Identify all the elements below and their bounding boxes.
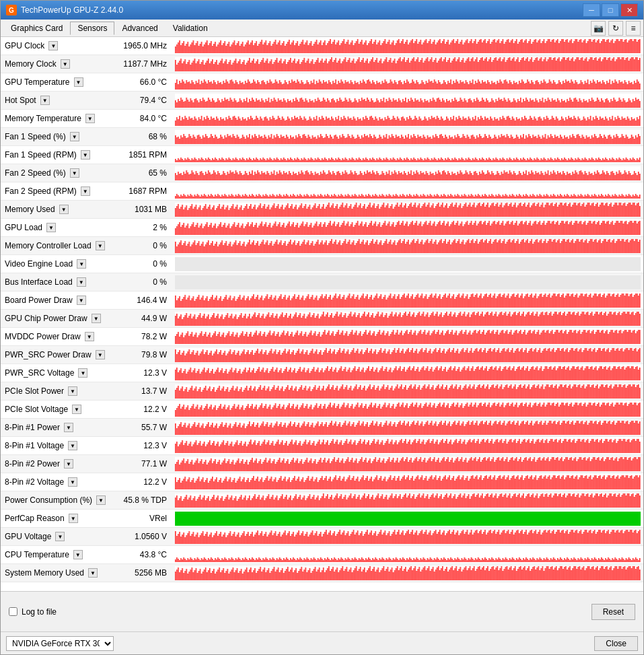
sensor-bar-canvas [175, 166, 641, 180]
sensor-bar-canvas [175, 421, 641, 435]
sensor-label-text: GPU Chip Power Draw [5, 314, 87, 323]
sensor-bar-container [172, 510, 643, 527]
sensor-bar-canvas [175, 94, 641, 108]
sensor-value: 5256 MB [112, 568, 172, 578]
sensor-bar-canvas [175, 548, 641, 562]
sensor-bar-container [172, 92, 643, 109]
table-row: PCIe Slot Power▼13.7 W [1, 382, 643, 401]
sensor-label-text: PCIe Slot Power [5, 386, 64, 396]
sensor-dropdown-arrow[interactable]: ▼ [59, 205, 69, 214]
close-button[interactable]: Close [594, 636, 638, 651]
sensor-dropdown-arrow[interactable]: ▼ [77, 259, 86, 269]
sensor-bar-bg [175, 421, 641, 435]
sensor-label: MVDDC Power Draw▼ [1, 332, 112, 341]
sensor-label-text: 8-Pin #1 Voltage [5, 441, 64, 450]
sensor-dropdown-arrow[interactable]: ▼ [85, 114, 95, 123]
sensor-dropdown-arrow[interactable]: ▼ [96, 241, 105, 250]
sensor-bar-canvas [175, 294, 641, 308]
sensor-dropdown-arrow[interactable]: ▼ [96, 350, 105, 359]
sensor-dropdown-arrow[interactable]: ▼ [88, 568, 98, 578]
sensor-bar-bg [175, 348, 641, 362]
menu-button[interactable]: ≡ [626, 21, 641, 36]
table-row: System Memory Used▼5256 MB [1, 564, 643, 582]
sensor-value: 68 % [112, 132, 172, 141]
sensor-bar-container [172, 346, 643, 364]
log-to-file-checkbox[interactable] [9, 607, 17, 616]
sensor-dropdown-arrow[interactable]: ▼ [69, 514, 78, 523]
sensor-label-text: Memory Temperature [5, 114, 81, 123]
table-row: Fan 2 Speed (%)▼65 % [1, 164, 643, 182]
gpu-dropdown[interactable]: NVIDIA GeForce RTX 3080 [6, 636, 114, 651]
sensor-label: 8-Pin #1 Power▼ [1, 423, 112, 432]
sensor-dropdown-arrow[interactable]: ▼ [72, 405, 81, 414]
sensor-value: 79.4 °C [112, 96, 172, 105]
sensor-bar-canvas [175, 566, 641, 580]
refresh-button[interactable]: ↻ [608, 21, 623, 36]
sensor-value: 45.8 % TDP [112, 495, 172, 505]
sensor-dropdown-arrow[interactable]: ▼ [81, 186, 90, 196]
tab-validation[interactable]: Validation [166, 22, 215, 35]
sensor-label-text: Memory Clock [5, 59, 57, 69]
sensor-bar-container [172, 219, 643, 236]
sensor-dropdown-arrow[interactable]: ▼ [61, 59, 70, 69]
sensor-label: Bus Interface Load▼ [1, 277, 112, 287]
sensor-bar-container [172, 110, 643, 127]
sensor-dropdown-arrow[interactable]: ▼ [68, 386, 77, 396]
sensor-dropdown-arrow[interactable]: ▼ [78, 368, 87, 378]
sensor-dropdown-arrow[interactable]: ▼ [55, 532, 65, 541]
sensor-dropdown-arrow[interactable]: ▼ [68, 441, 77, 450]
sensor-bar-bg [175, 475, 641, 489]
sensor-bar-container [172, 164, 643, 182]
sensor-label: Power Consumption (%)▼ [1, 495, 112, 505]
camera-button[interactable]: 📷 [591, 21, 606, 36]
sensor-dropdown-arrow[interactable]: ▼ [85, 332, 94, 341]
sensor-value: 13.7 W [112, 386, 172, 396]
sensor-bar-bg [175, 221, 641, 235]
sensor-label-text: 8-Pin #2 Voltage [5, 477, 64, 487]
sensor-bar-container [172, 273, 643, 291]
tab-sensors[interactable]: Sensors [70, 22, 114, 35]
maximize-button[interactable]: □ [602, 3, 619, 17]
sensor-dropdown-arrow[interactable]: ▼ [68, 477, 77, 487]
sensor-label-text: Hot Spot [5, 96, 36, 105]
app-icon: G [6, 5, 17, 15]
sensor-dropdown-arrow[interactable]: ▼ [64, 423, 73, 432]
sensor-dropdown-arrow[interactable]: ▼ [70, 132, 79, 141]
sensor-dropdown-arrow[interactable]: ▼ [73, 550, 83, 559]
sensor-dropdown-arrow[interactable]: ▼ [40, 96, 50, 105]
sensor-label: PWR_SRC Voltage▼ [1, 368, 112, 378]
sensor-dropdown-arrow[interactable]: ▼ [77, 296, 86, 305]
tab-graphics-card[interactable]: Graphics Card [3, 22, 70, 35]
sensor-value: 12.2 V [112, 477, 172, 487]
window-close-button[interactable]: ✕ [620, 3, 638, 17]
tab-advanced[interactable]: Advanced [114, 22, 165, 35]
sensor-dropdown-arrow[interactable]: ▼ [46, 223, 56, 232]
sensor-value: 66.0 °C [112, 77, 172, 87]
sensor-dropdown-arrow[interactable]: ▼ [81, 150, 90, 160]
sensor-value: 79.8 W [112, 350, 172, 359]
sensor-label-text: Board Power Draw [5, 296, 73, 305]
sensor-value: 43.8 °C [112, 550, 172, 559]
log-to-file-label: Log to file [22, 607, 57, 617]
sensor-value: 1687 RPM [112, 186, 172, 196]
sensor-dropdown-arrow[interactable]: ▼ [92, 314, 101, 323]
sensor-bar-container [172, 382, 643, 400]
sensor-dropdown-arrow[interactable]: ▼ [77, 277, 86, 287]
sensor-dropdown-arrow[interactable]: ▼ [48, 41, 58, 50]
sensor-value: 65 % [112, 168, 172, 178]
table-row: GPU Chip Power Draw▼44.9 W [1, 310, 643, 328]
minimize-button[interactable]: ─ [583, 3, 600, 17]
sensor-value: 55.7 W [112, 423, 172, 432]
table-row: GPU Clock▼1965.0 MHz [1, 37, 643, 55]
sensor-dropdown-arrow[interactable]: ▼ [74, 77, 83, 87]
table-row: Fan 1 Speed (RPM)▼1851 RPM [1, 146, 643, 164]
sensor-dropdown-arrow[interactable]: ▼ [96, 495, 106, 505]
reset-button[interactable]: Reset [592, 604, 635, 620]
table-row: GPU Load▼2 % [1, 219, 643, 237]
table-row: 8-Pin #2 Power▼77.1 W [1, 455, 643, 473]
menu-icons: 📷 ↻ ≡ [591, 21, 641, 36]
footer-left: Log to file [9, 607, 57, 617]
sensor-dropdown-arrow[interactable]: ▼ [64, 459, 73, 469]
sensor-label-text: System Memory Used [5, 568, 84, 578]
sensor-dropdown-arrow[interactable]: ▼ [70, 168, 79, 178]
